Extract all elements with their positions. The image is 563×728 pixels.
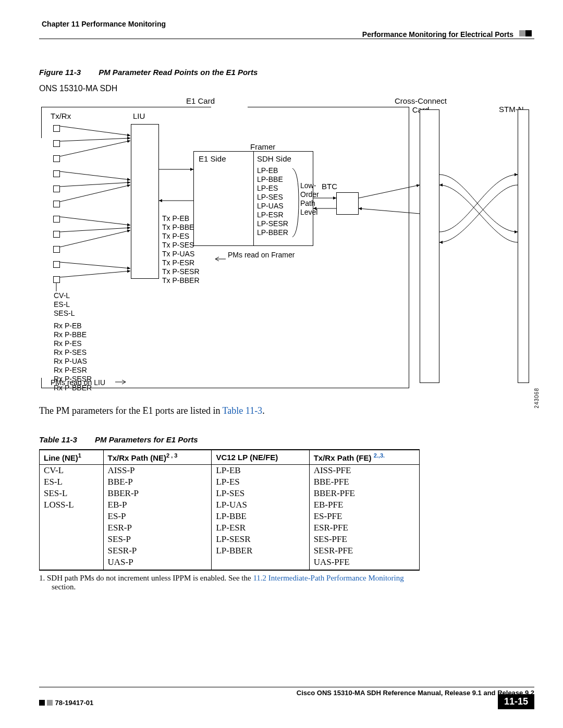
- svg-line-7: [60, 228, 130, 232]
- svg-line-2: [60, 141, 130, 156]
- table-title: PM Parameters for E1 Ports: [95, 435, 198, 444]
- figure-title: PM Parameter Read Points on the E1 Ports: [99, 68, 258, 77]
- svg-line-0: [60, 126, 130, 135]
- header-marker-icon: [519, 30, 525, 36]
- footer-manual-title: Cisco ONS 15310-MA SDH Reference Manual,…: [39, 689, 534, 697]
- body-paragraph: The PM parameters for the E1 ports are l…: [39, 405, 534, 416]
- footer-marker-icon: [47, 700, 53, 706]
- page-footer: Cisco ONS 15310-MA SDH Reference Manual,…: [39, 687, 534, 707]
- table-number: Table 11-3: [39, 435, 77, 444]
- table-crossref-link[interactable]: Table 11-3: [223, 405, 263, 416]
- svg-line-8: [60, 230, 130, 247]
- svg-line-10: [60, 271, 130, 277]
- running-head-section: Performance Monitoring for Electrical Po…: [362, 30, 513, 39]
- col-header: Tx/Rx Path (NE)2 , 3: [103, 450, 212, 465]
- footer-doc-id: 78-19417-01: [55, 699, 93, 707]
- footer-marker-icon: [39, 700, 45, 706]
- header-rule: [39, 39, 534, 39]
- page-number: 11-15: [498, 694, 534, 709]
- figure-caption: Figure 11-3 PM Parameter Read Points on …: [39, 68, 534, 77]
- footnote-1: 1. SDH path PMs do not increment unless …: [39, 574, 420, 591]
- col-header: Tx/Rx Path (FE) 2.,3.: [309, 450, 419, 465]
- svg-line-4: [60, 182, 130, 187]
- svg-line-3: [60, 171, 130, 180]
- diagram: E1 Card Tx/Rx LIU Framer E1 Side SDH Sid…: [39, 96, 534, 391]
- svg-line-6: [60, 217, 130, 225]
- col-header: VC12 LP (NE/FE): [212, 450, 309, 465]
- running-head-chapter: Chapter 11 Performance Monitoring: [42, 20, 166, 28]
- svg-line-16: [359, 185, 420, 198]
- figure-number: Figure 11-3: [39, 68, 81, 77]
- svg-line-1: [60, 138, 130, 141]
- header-marker-icon: [525, 30, 532, 36]
- section-crossref-link[interactable]: 11.2 Intermediate-Path Performance Monit…: [253, 574, 403, 582]
- svg-line-17: [359, 208, 420, 214]
- diagram-arrows: [39, 96, 534, 391]
- figure-subtitle: ONS 15310-MA SDH: [39, 84, 534, 93]
- svg-line-5: [60, 185, 130, 202]
- col-header: Line (NE)1: [40, 450, 104, 465]
- figure-id: 243068: [534, 388, 540, 408]
- svg-line-9: [60, 262, 130, 268]
- footnote-ref-link[interactable]: 2.,3.: [374, 452, 385, 459]
- pm-parameter-table: Line (NE)1 Tx/Rx Path (NE)2 , 3 VC12 LP …: [39, 449, 420, 571]
- table-caption: Table 11-3 PM Parameters for E1 Ports: [39, 435, 534, 444]
